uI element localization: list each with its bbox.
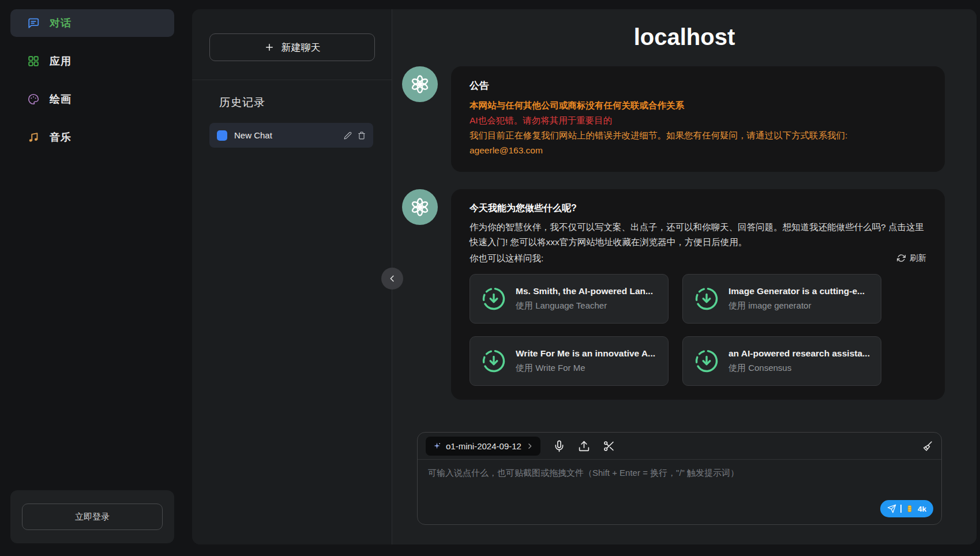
suggestion-texts: Write For Me is an innovative A... 使用 Wr… (516, 348, 655, 374)
chat-main: localhost (392, 9, 977, 544)
sidebar-item-label: 绘画 (50, 92, 72, 106)
sidebar-item-drawing[interactable]: 绘画 (10, 85, 174, 113)
suggestion-card[interactable]: Ms. Smith, the AI-powered Lan... 使用 Lang… (470, 274, 669, 324)
microphone-icon (553, 440, 565, 452)
assistant-avatar (402, 66, 438, 102)
composer-body: 4k (418, 460, 941, 524)
announcement-line: 我们目前正在修复我们网站上的错误并改进细节。如果您有任何疑问，请通过以下方式联系… (470, 128, 926, 143)
suggestion-subtitle: 使用 Write For Me (516, 362, 655, 374)
hint-row: 你也可以这样问我: 刷新 (470, 251, 926, 266)
contact-email-link[interactable]: ageerle@163.com (470, 143, 543, 158)
app-window: 对话 应用 绘画 音乐 立即登录 (0, 0, 980, 556)
paper-plane-icon (887, 504, 896, 513)
new-chat-button[interactable]: 新建聊天 (209, 33, 375, 61)
token-coin-icon (906, 505, 914, 513)
suggestion-title: Image Generator is a cutting-e... (729, 285, 865, 297)
palette-icon (27, 93, 40, 106)
suggestion-subtitle: 使用 Language Teacher (516, 300, 653, 311)
edit-icon[interactable] (344, 132, 352, 140)
message-list: 公告 本网站与任何其他公司或商标没有任何关联或合作关系 AI也会犯错。请勿将其用… (392, 50, 977, 426)
announcement-line: 本网站与任何其他公司或商标没有任何关联或合作关系 (470, 98, 926, 113)
upload-icon (578, 440, 590, 452)
welcome-bubble: 今天我能为您做些什么呢? 作为你的智慧伙伴，我不仅可以写文案、出点子，还可以和你… (451, 189, 945, 400)
login-card: 立即登录 (10, 490, 174, 543)
music-note-icon (27, 131, 40, 144)
suggestion-title: an AI-powered research assista... (729, 348, 870, 359)
composer: o1-mini-2024-09-12 (417, 432, 942, 525)
assistant-avatar (402, 189, 438, 225)
collapse-sidebar-button[interactable] (381, 268, 403, 290)
send-divider (900, 505, 902, 513)
token-count: 4k (918, 505, 926, 513)
sidebar-item-music[interactable]: 音乐 (10, 123, 174, 151)
clear-context-button[interactable] (921, 440, 933, 452)
divider (192, 80, 392, 80)
model-name: o1-mini-2024-09-12 (446, 441, 521, 451)
sidebar-item-chat[interactable]: 对话 (10, 9, 174, 37)
suggestion-card[interactable]: Image Generator is a cutting-e... 使用 ima… (682, 274, 881, 324)
refresh-suggestions-button[interactable]: 刷新 (897, 253, 926, 264)
announcement-bubble: 公告 本网站与任何其他公司或商标没有任何关联或合作关系 AI也会犯错。请勿将其用… (451, 66, 945, 172)
broom-icon (921, 440, 933, 452)
suggestion-texts: Image Generator is a cutting-e... 使用 ima… (729, 285, 865, 311)
composer-toolbar: o1-mini-2024-09-12 (418, 433, 941, 460)
chat-history-item[interactable]: New Chat (209, 123, 373, 148)
sidebar: 对话 应用 绘画 音乐 立即登录 (0, 0, 185, 556)
assistant-message: 今天我能为您做些什么呢? 作为你的智慧伙伴，我不仅可以写文案、出点子，还可以和你… (402, 189, 945, 400)
suggestion-subtitle: 使用 image generator (729, 300, 865, 311)
new-chat-label: 新建聊天 (281, 41, 321, 54)
trash-icon[interactable] (358, 132, 366, 140)
welcome-heading: 今天我能为您做些什么呢? (470, 201, 926, 216)
suggestion-grid: Ms. Smith, the AI-powered Lan... 使用 Lang… (470, 274, 926, 386)
suggestion-title: Write For Me is an innovative A... (516, 348, 655, 359)
chat-bubble-icon (27, 17, 40, 29)
chat-item-actions (344, 132, 366, 140)
openai-logo-icon (408, 196, 431, 219)
login-button[interactable]: 立即登录 (22, 504, 163, 530)
announcement-heading: 公告 (470, 78, 926, 95)
suggestion-texts: an AI-powered research assista... 使用 Con… (729, 348, 870, 374)
sidebar-item-label: 音乐 (50, 130, 72, 144)
chevron-left-icon (387, 273, 397, 284)
openai-logo-icon (408, 73, 431, 96)
announcement-line: AI也会犯错。请勿将其用于重要目的 (470, 113, 926, 128)
arrow-down-circle-icon (480, 348, 507, 374)
message-input[interactable] (418, 460, 941, 524)
suggestion-card[interactable]: Write For Me is an innovative A... 使用 Wr… (470, 336, 669, 386)
chat-item-icon (217, 130, 227, 141)
suggestion-card[interactable]: an AI-powered research assista... 使用 Con… (682, 336, 881, 386)
ask-hint: 你也可以这样问我: (470, 251, 543, 266)
voice-input-button[interactable] (553, 440, 565, 452)
assistant-message: 公告 本网站与任何其他公司或商标没有任何关联或合作关系 AI也会犯错。请勿将其用… (402, 66, 945, 172)
model-selector-button[interactable]: o1-mini-2024-09-12 (426, 437, 540, 456)
sidebar-item-label: 对话 (50, 16, 72, 30)
refresh-icon (897, 254, 906, 262)
upload-file-button[interactable] (578, 440, 590, 452)
chevron-right-icon (526, 442, 534, 450)
sidebar-item-apps[interactable]: 应用 (10, 47, 174, 75)
welcome-body: 作为你的智慧伙伴，我不仅可以写文案、出点子，还可以和你聊天、回答问题。想知道我还… (470, 220, 926, 250)
plus-icon (264, 42, 275, 52)
refresh-label: 刷新 (910, 253, 926, 264)
send-button[interactable]: 4k (880, 500, 933, 517)
sparkle-icon (433, 442, 441, 450)
arrow-down-circle-icon (693, 285, 720, 312)
chat-list-panel: 新建聊天 历史记录 New Chat (192, 9, 392, 544)
sidebar-item-label: 应用 (50, 54, 72, 68)
page-title: localhost (392, 24, 977, 50)
chat-item-title: New Chat (234, 130, 337, 140)
arrow-down-circle-icon (480, 285, 507, 312)
scissors-icon (603, 440, 615, 452)
arrow-down-circle-icon (693, 348, 720, 374)
suggestion-subtitle: 使用 Consensus (729, 362, 870, 374)
workspace: 新建聊天 历史记录 New Chat localhost (192, 9, 977, 544)
suggestion-texts: Ms. Smith, the AI-powered Lan... 使用 Lang… (516, 285, 653, 311)
suggestion-title: Ms. Smith, the AI-powered Lan... (516, 285, 653, 297)
history-title: 历史记录 (219, 95, 392, 110)
apps-grid-icon (27, 55, 40, 67)
screenshot-button[interactable] (603, 440, 615, 452)
